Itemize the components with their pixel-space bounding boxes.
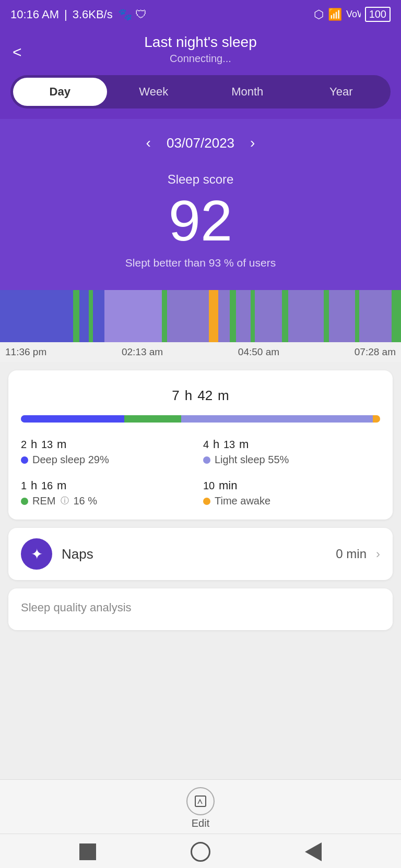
svg-rect-11 [355, 290, 359, 342]
period-tabs: Day Week Month Year [10, 75, 391, 108]
naps-label: Naps [62, 546, 326, 562]
edit-button[interactable] [186, 787, 215, 815]
rem-value: 1 h 16 m [21, 476, 198, 493]
tab-day[interactable]: Day [13, 78, 107, 106]
rem-dot [21, 498, 28, 505]
sleep-score-subtext: Slept better than 93 % of users [0, 257, 401, 269]
nav-recent-button[interactable] [303, 841, 324, 862]
deep-m-label: m [57, 438, 66, 451]
deep-sleep-dot [21, 456, 28, 464]
time-label-2: 02:13 am [122, 346, 163, 358]
rem-info-icon: ⓘ [61, 496, 69, 507]
light-sleep-value: 4 h 13 m [203, 435, 380, 452]
naps-icon: ✦ [21, 538, 52, 570]
sleep-score-label: Sleep score [0, 172, 401, 187]
status-network: | [64, 8, 67, 21]
nav-back-button[interactable] [190, 841, 211, 862]
status-time: 10:16 AM [10, 8, 59, 21]
awake-value: 10 min [203, 476, 380, 493]
svg-rect-9 [282, 290, 288, 342]
naps-star-icon: ✦ [31, 546, 43, 563]
bluetooth-icon: ⬡ [314, 8, 324, 21]
status-bar: 10:16 AM | 3.6KB/s 🐾 🛡 ⬡ 📶 VoWiFi 100 [0, 0, 401, 29]
awake-bar [373, 415, 380, 423]
signal-icon: 📶 [328, 8, 342, 21]
light-sleep-bar [181, 415, 373, 423]
rem-bar [124, 415, 181, 423]
sleep-score-section: Sleep score 92 Slept better than 93 % of… [0, 156, 401, 280]
svg-rect-6 [162, 290, 167, 342]
rem-label: REM ⓘ 16 % [21, 495, 198, 507]
deep-sleep-bar [21, 415, 124, 423]
nav-bar [0, 834, 401, 868]
sleep-stats-grid: 2 h 13 m Deep sleep 29% 4 h 13 m [21, 435, 380, 507]
total-hours: 7 [172, 388, 179, 403]
deep-sleep-stat: 2 h 13 m Deep sleep 29% [21, 435, 198, 466]
awake-label: Time awake [203, 495, 380, 507]
purple-section: ‹ 03/07/2023 › Sleep score 92 Slept bett… [0, 119, 401, 342]
sleep-score-value: 92 [0, 192, 401, 249]
wifi-icon: VoWiFi [346, 8, 361, 21]
deep-sleep-value: 2 h 13 m [21, 435, 198, 452]
time-labels: 11:36 pm 02:13 am 04:50 am 07:28 am [0, 342, 401, 362]
nav-triangle-icon [305, 842, 322, 861]
svg-rect-10 [324, 290, 329, 342]
svg-rect-13 [209, 290, 218, 342]
next-date-button[interactable]: › [250, 135, 255, 151]
sleep-quality-analysis-card: Sleep quality analysis [8, 588, 393, 630]
deep-h-label: h [31, 438, 37, 451]
sleep-chart [0, 290, 401, 342]
connection-status: Connecting... [0, 53, 401, 65]
current-date: 03/07/2023 [167, 135, 234, 151]
back-button[interactable]: < [13, 43, 22, 61]
naps-value: 0 min [336, 547, 367, 561]
sleep-duration-card: 7 h 42 m 2 h 13 m De [8, 370, 393, 520]
date-nav: ‹ 03/07/2023 › [0, 129, 401, 156]
svg-rect-2 [104, 290, 167, 342]
sleep-progress-bar [21, 415, 380, 423]
awake-dot [203, 498, 210, 505]
status-right: ⬡ 📶 VoWiFi 100 [314, 7, 391, 22]
rem-stat: 1 h 16 m REM ⓘ 16 % [21, 476, 198, 507]
svg-rect-8 [251, 290, 255, 342]
battery-icon: 100 [365, 7, 391, 22]
bottom-edit-bar: Edit [0, 779, 401, 834]
tab-week[interactable]: Week [107, 78, 201, 106]
svg-rect-4 [73, 290, 79, 342]
deep-sleep-label: Deep sleep 29% [21, 454, 198, 466]
tab-month[interactable]: Month [200, 78, 294, 106]
app-header: < Last night's sleep Connecting... [0, 29, 401, 75]
nav-square-icon [79, 843, 96, 860]
nav-circle-icon [191, 842, 210, 862]
light-sleep-label: Light sleep 55% [203, 454, 380, 466]
content-area: 7 h 42 m 2 h 13 m De [0, 362, 401, 779]
edit-label: Edit [192, 817, 209, 829]
status-left: 10:16 AM | 3.6KB/s 🐾 🛡 [10, 8, 147, 21]
naps-card[interactable]: ✦ Naps 0 min › [8, 528, 393, 580]
analysis-title: Sleep quality analysis [21, 601, 380, 614]
svg-text:VoWiFi: VoWiFi [346, 9, 361, 18]
status-icons: 🐾 🛡 [118, 8, 147, 21]
svg-rect-5 [89, 290, 93, 342]
time-label-4: 07:28 am [355, 346, 396, 358]
page-title: Last night's sleep [0, 34, 401, 51]
time-label-1: 11:36 pm [5, 346, 46, 358]
light-sleep-dot [203, 456, 210, 464]
total-minutes: 42 [197, 388, 213, 403]
tab-year[interactable]: Year [294, 78, 388, 106]
status-speed: 3.6KB/s [73, 8, 113, 21]
awake-stat: 10 min Time awake [203, 476, 380, 507]
svg-rect-12 [392, 290, 401, 342]
svg-rect-7 [230, 290, 236, 342]
nav-home-button[interactable] [77, 841, 98, 862]
naps-arrow-icon: › [376, 547, 380, 561]
time-label-3: 04:50 am [238, 346, 279, 358]
total-sleep-display: 7 h 42 m [21, 383, 380, 405]
prev-date-button[interactable]: ‹ [146, 135, 151, 151]
tab-bar: Day Week Month Year [0, 75, 401, 119]
light-sleep-stat: 4 h 13 m Light sleep 55% [203, 435, 380, 466]
